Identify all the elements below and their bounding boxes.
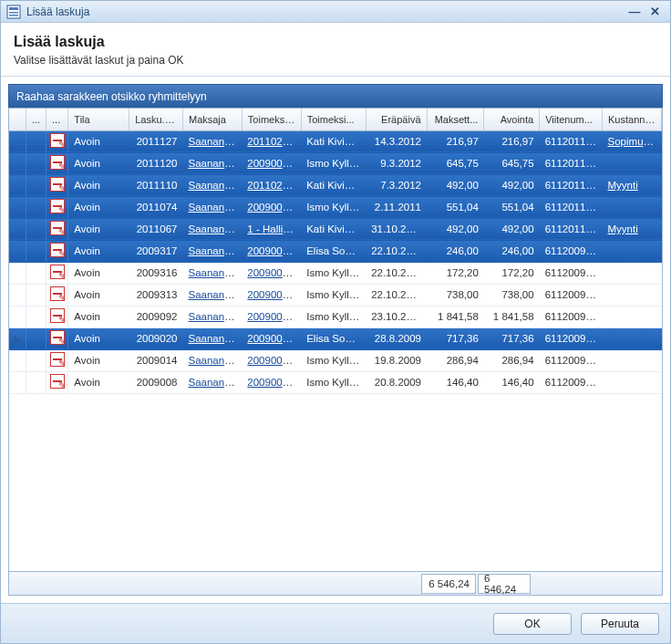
cell-toimeksi[interactable]: 2009005 ... — [242, 262, 301, 284]
cell-tila: Avoin — [68, 152, 129, 174]
cell-avointa: 286,94 — [484, 349, 540, 371]
cell-toimeksi[interactable]: 2009005 ... — [242, 196, 301, 218]
close-button[interactable]: ✕ — [645, 5, 665, 19]
group-by-bar[interactable]: Raahaa sarakkeen otsikko ryhmittelyyn — [8, 84, 663, 108]
table-row[interactable]: Avoin2011110Saanan V...2011023 ...Kati K… — [9, 174, 662, 196]
cell-toimeksi[interactable]: 2009005 ... — [242, 152, 301, 174]
minimize-button[interactable]: — — [625, 5, 645, 19]
row-edit-cell — [26, 327, 46, 349]
cell-maksaja[interactable]: Saanan V... — [182, 306, 242, 327]
col-tila[interactable]: Tila — [68, 109, 129, 130]
cell-toimeksi[interactable]: 1 - Hallinn... — [242, 218, 301, 240]
col-icon[interactable]: ... — [46, 109, 68, 130]
cell-kustannu[interactable]: Myynti — [603, 218, 662, 240]
cell-maksaja[interactable]: Saanan V... — [182, 284, 242, 306]
col-erapaiva[interactable]: Eräpäivä — [366, 109, 427, 130]
cell-lasku: 2009014 — [129, 349, 183, 371]
row-icon-cell — [46, 284, 68, 306]
cell-lasku: 2009317 — [129, 240, 183, 262]
col-toimeksi2[interactable]: Toimeksi... — [301, 109, 366, 130]
cell-maksaja[interactable]: Saanan V... — [182, 240, 242, 262]
table-row[interactable]: Avoin2009092Saanan V...2009005 ...Ismo K… — [9, 306, 662, 327]
sum-avointa: 6 546,24 — [478, 574, 531, 594]
titlebar[interactable]: Lisää laskuja — ✕ — [1, 1, 670, 23]
col-indicator[interactable] — [9, 109, 26, 130]
cell-maksaja[interactable]: Saanan V... — [182, 130, 242, 152]
svg-rect-2 — [9, 12, 18, 14]
col-toimeksi[interactable]: Toimeksi... — [242, 109, 301, 130]
row-edit-cell — [26, 306, 46, 327]
table-row[interactable]: Avoin2011120Saanan V...2009005 ...Ismo K… — [9, 152, 662, 174]
cell-toimeksi[interactable]: 2011024 ... — [242, 130, 301, 152]
cell-viitenum: 61120093... — [540, 262, 603, 284]
table-row[interactable]: Avoin2009313Saanan V...2009005 ...Ismo K… — [9, 284, 662, 306]
cell-avointa: 172,20 — [484, 262, 540, 284]
dialog-footer: OK Peruuta — [1, 603, 670, 643]
cell-toimeksi[interactable]: 2009005 ... — [242, 284, 301, 306]
cell-toimeksi[interactable]: 2009005 ... — [242, 306, 301, 327]
cell-maksaja[interactable]: Saanan V... — [182, 349, 242, 371]
cell-maksaja[interactable]: Saanan V... — [182, 152, 242, 174]
row-focus-indicator — [9, 218, 26, 240]
cell-kustannu[interactable]: Sopimusm... — [603, 130, 662, 152]
cell-lasku: 2009020 — [129, 327, 183, 349]
table-row[interactable]: Avoin2009317Saanan V...2009006 ...Elisa … — [9, 240, 662, 262]
col-maksett[interactable]: Maksett... — [427, 109, 484, 130]
row-focus-indicator — [9, 152, 26, 174]
cell-toimeksi2: Ismo Kyllö... — [301, 152, 366, 174]
table-row[interactable]: Avoin2011074Saanan V...2009005 ...Ismo K… — [9, 196, 662, 218]
cell-lasku: 2011074 — [129, 196, 183, 218]
cell-avointa: 146,40 — [484, 371, 540, 393]
cell-kustannu — [603, 240, 662, 262]
cell-maksaja[interactable]: Saanan V... — [182, 174, 242, 196]
cell-avointa: 246,00 — [484, 240, 540, 262]
table-row[interactable]: Avoin2009014Saanan V...2009003 ...Ismo K… — [9, 349, 662, 371]
cell-lasku: 2011110 — [129, 174, 183, 196]
cell-toimeksi[interactable]: 2009003 ... — [242, 349, 301, 371]
sum-maksett: 6 546,24 — [421, 574, 476, 594]
col-kustannu[interactable]: Kustannu... — [603, 109, 662, 130]
cell-tila: Avoin — [68, 306, 129, 327]
cell-toimeksi[interactable]: 2009003 ... — [242, 371, 301, 393]
cell-tila: Avoin — [68, 284, 129, 306]
cell-erapaiva: 14.3.2012 — [366, 130, 427, 152]
cell-kustannu[interactable]: Myynti — [603, 174, 662, 196]
cell-tila: Avoin — [68, 174, 129, 196]
cell-viitenum: 61120090... — [540, 327, 603, 349]
row-edit-cell — [26, 284, 46, 306]
cell-maksaja[interactable]: Saanan V... — [182, 327, 242, 349]
cell-maksaja[interactable]: Saanan V... — [182, 196, 242, 218]
table-row[interactable]: Avoin2011067Saanan V...1 - Hallinn...Kat… — [9, 218, 662, 240]
cell-toimeksi[interactable]: 2009006 ... — [242, 240, 301, 262]
table-row[interactable]: Avoin2009316Saanan V...2009005 ...Ismo K… — [9, 262, 662, 284]
table-row[interactable]: Avoin2011127Saanan V...2011024 ...Kati K… — [9, 130, 662, 152]
page-title: Lisää laskuja — [14, 34, 657, 50]
col-maksaja[interactable]: Maksaja — [182, 109, 242, 130]
col-edit[interactable]: ... — [26, 109, 46, 130]
row-icon-cell — [46, 174, 68, 196]
grid-table: ... ... Tila Lasku...▼ Maksaja Toimeksi.… — [9, 109, 662, 394]
cell-tila: Avoin — [68, 327, 129, 349]
row-focus-indicator — [9, 284, 26, 306]
invoice-icon — [50, 133, 65, 148]
cell-maksaja[interactable]: Saanan V... — [182, 218, 242, 240]
cancel-button[interactable]: Peruuta — [581, 613, 659, 635]
cell-toimeksi[interactable]: 2009006 ... — [242, 327, 301, 349]
cell-maksaja[interactable]: Saanan V... — [182, 371, 242, 393]
cell-toimeksi[interactable]: 2011023 ... — [242, 174, 301, 196]
ok-button[interactable]: OK — [493, 613, 572, 635]
grid-footer: 6 546,24 6 546,24 — [8, 572, 663, 596]
cell-toimeksi2: Elisa Sove... — [301, 327, 366, 349]
col-viitenum[interactable]: Viitenum... — [540, 109, 603, 130]
cell-lasku: 2009313 — [129, 284, 183, 306]
cell-avointa: 738,00 — [484, 284, 540, 306]
header: Lisää laskuja Valitse lisättävät laskut … — [1, 23, 670, 77]
cell-maksaja[interactable]: Saanan V... — [182, 262, 242, 284]
col-lasku[interactable]: Lasku...▼ — [129, 109, 183, 130]
cell-tila: Avoin — [68, 349, 129, 371]
table-row[interactable]: ▶Avoin2009020Saanan V...2009006 ...Elisa… — [9, 327, 662, 349]
table-row[interactable]: Avoin2009008Saanan V...2009003 ...Ismo K… — [9, 371, 662, 393]
cell-viitenum: 61120090... — [540, 371, 603, 393]
row-edit-cell — [26, 174, 46, 196]
col-avointa[interactable]: Avointa — [484, 109, 540, 130]
